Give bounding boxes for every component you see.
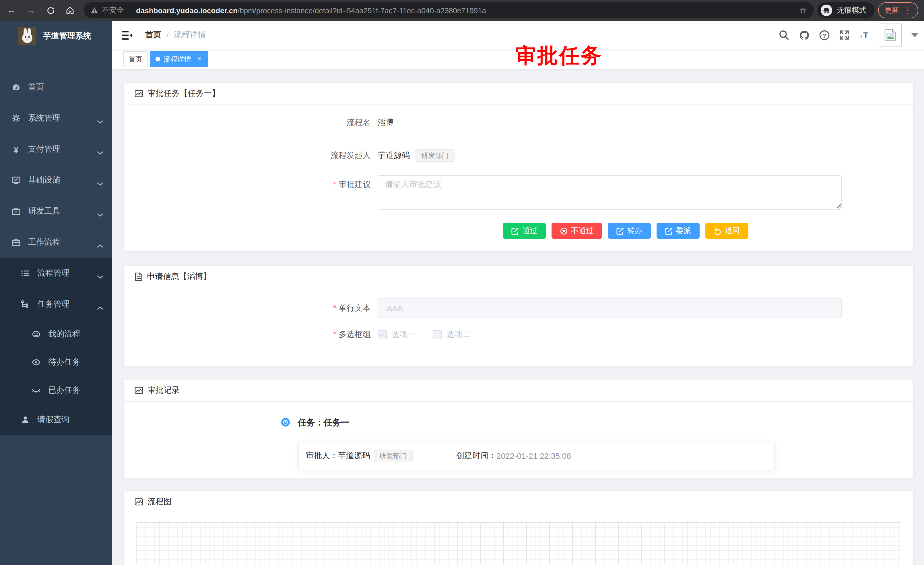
briefcase-icon xyxy=(12,238,21,247)
approval-timeline: 任务：任务一 审批人： 芋道源码 研发部门 创建时间： 2022-01-21 2… xyxy=(124,402,913,470)
user-avatar[interactable] xyxy=(879,24,902,47)
svg-text:T: T xyxy=(860,34,862,39)
app-logo: 芋道管理系统 xyxy=(0,21,112,52)
card-title: 流程图 xyxy=(147,497,172,507)
card-header: 流程图 xyxy=(124,491,913,513)
forward-icon[interactable]: → xyxy=(25,5,37,16)
gear-icon xyxy=(12,114,21,123)
tab-home[interactable]: 首页 xyxy=(123,51,147,67)
field-label: *审批建议 xyxy=(124,175,378,190)
sidebar-collapse-icon[interactable] xyxy=(122,30,133,40)
tab-label: 流程详情 xyxy=(164,54,191,64)
browser-menu-icon[interactable]: ⋮ xyxy=(904,6,912,15)
sidebar-item-process-mgmt[interactable]: 流程管理 xyxy=(0,258,112,289)
required-mark: * xyxy=(333,329,336,339)
edit-icon xyxy=(512,227,519,234)
sidebar-menu: 首页 系统管理 ¥ 支付管理 xyxy=(0,72,112,435)
active-dot xyxy=(156,57,160,62)
delegate-button[interactable]: 委派 xyxy=(657,223,700,239)
sidebar-item-label: 任务管理 xyxy=(37,299,69,310)
url-domain: dashboard.yudao.iocoder.cn xyxy=(136,6,238,15)
created-time: 2022-01-21 22:35:08 xyxy=(496,451,571,460)
card-title: 审批任务【任务一】 xyxy=(147,89,220,99)
process-name-row: 流程名 滔博 xyxy=(124,118,913,128)
document-icon xyxy=(134,272,143,281)
task-title: 任务：任务一 xyxy=(298,418,913,427)
card-title: 审批记录 xyxy=(147,385,180,396)
bookmark-star-icon[interactable]: ☆ xyxy=(799,5,807,15)
page-content: 审批任务【任务一】 流程名 滔博 流程发起人 芋道源码 研发部门 xyxy=(112,69,924,565)
user-icon xyxy=(21,415,30,424)
picture-icon xyxy=(134,497,144,506)
sidebar-item-label: 请假查询 xyxy=(37,415,69,425)
tab-process-detail[interactable]: 流程详情 × xyxy=(150,51,208,67)
sidebar-item-done-tasks[interactable]: 已办任务 xyxy=(0,376,112,404)
dashboard-icon xyxy=(12,83,21,92)
bpmn-canvas[interactable] xyxy=(136,522,901,565)
return-button[interactable]: 退回 xyxy=(705,223,748,239)
font-size-icon[interactable]: TT xyxy=(859,29,870,41)
incognito-icon xyxy=(821,5,832,16)
app-root: ← → 不安全 dashboard.yudao.iocoder.cn /bpm/… xyxy=(0,0,924,565)
svg-text:?: ? xyxy=(822,32,826,39)
sidebar-item-todo-tasks[interactable]: 待办任务 xyxy=(0,348,112,376)
required-mark: * xyxy=(333,180,336,189)
sidebar-item-devtools[interactable]: 研发工具 xyxy=(0,196,112,227)
security-label: 不安全 xyxy=(102,5,124,15)
browser-nav: ← → xyxy=(6,5,76,16)
yen-icon: ¥ xyxy=(12,145,21,154)
avatar-dropdown-icon[interactable] xyxy=(911,33,918,37)
sidebar-item-task-mgmt[interactable]: 任务管理 xyxy=(0,289,112,320)
search-icon[interactable] xyxy=(778,29,790,41)
incognito-badge: 无痕模式 xyxy=(817,2,874,18)
initiator-value: 芋道源码 xyxy=(378,150,410,161)
approve-button[interactable]: 通过 xyxy=(503,223,546,239)
address-bar[interactable]: 不安全 dashboard.yudao.iocoder.cn /bpm/proc… xyxy=(84,2,814,18)
home-icon[interactable] xyxy=(64,5,76,16)
sidebar-item-label: 我的流程 xyxy=(48,329,80,339)
reject-button[interactable]: 不通过 xyxy=(552,223,602,239)
approval-records-card: 审批记录 任务：任务一 审批人： 芋道源码 研发部门 创建时间： xyxy=(123,379,914,478)
process-name-value: 滔博 xyxy=(378,118,394,128)
chevron-down-icon xyxy=(97,117,103,126)
transfer-button[interactable]: 转办 xyxy=(608,223,651,239)
checkbox-checked-icon xyxy=(378,330,387,340)
sidebar-item-system[interactable]: 系统管理 xyxy=(0,103,112,134)
card-title: 申请信息【滔博】 xyxy=(147,272,211,282)
toolbox-icon xyxy=(12,207,21,216)
sidebar-item-label: 流程管理 xyxy=(37,268,69,278)
back-icon[interactable]: ← xyxy=(6,5,17,16)
tab-close-icon[interactable]: × xyxy=(195,55,203,63)
apply-info-card: 申请信息【滔博】 *单行文本 *多选框组 选项一 xyxy=(123,265,914,366)
chevron-down-icon xyxy=(97,272,103,281)
tree-icon xyxy=(21,300,30,309)
chevron-down-icon xyxy=(97,179,103,188)
card-header: 申请信息【滔博】 xyxy=(124,266,913,288)
browser-update-button[interactable]: 更新 ⋮ xyxy=(878,2,918,18)
sidebar-item-label: 工作流程 xyxy=(28,237,60,248)
created-label: 创建时间： xyxy=(456,451,496,461)
sidebar-item-workflow[interactable]: 工作流程 xyxy=(0,227,112,258)
github-icon[interactable] xyxy=(798,29,810,41)
comment-textarea[interactable] xyxy=(378,175,842,210)
field-label: 流程发起人 xyxy=(124,150,378,161)
sidebar-item-label: 待办任务 xyxy=(48,357,80,367)
security-warning[interactable]: 不安全 xyxy=(91,5,124,15)
logo-image xyxy=(18,27,36,45)
chevron-down-icon xyxy=(97,147,103,157)
edit-icon xyxy=(616,227,624,234)
sidebar-item-my-process[interactable]: 我的流程 xyxy=(0,320,112,348)
reload-icon[interactable] xyxy=(45,5,56,16)
timeline-clock-icon xyxy=(281,418,290,427)
sidebar-item-payment[interactable]: ¥ 支付管理 xyxy=(0,134,112,165)
initiator-row: 流程发起人 芋道源码 研发部门 xyxy=(124,149,913,162)
approval-record-item: 审批人： 芋道源码 研发部门 创建时间： 2022-01-21 22:35:08 xyxy=(298,442,775,470)
sidebar-item-infra[interactable]: 基础设施 xyxy=(0,165,112,196)
sidebar-item-leave-query[interactable]: 请假查询 xyxy=(0,404,112,435)
approver-name: 芋道源码 xyxy=(338,451,370,461)
sidebar-item-home[interactable]: 首页 xyxy=(0,72,112,103)
fullscreen-icon[interactable] xyxy=(838,29,850,41)
checkbox-row: *多选框组 选项一 选项二 xyxy=(124,329,913,340)
breadcrumb-home[interactable]: 首页 xyxy=(145,30,161,40)
help-icon[interactable]: ? xyxy=(818,29,830,41)
